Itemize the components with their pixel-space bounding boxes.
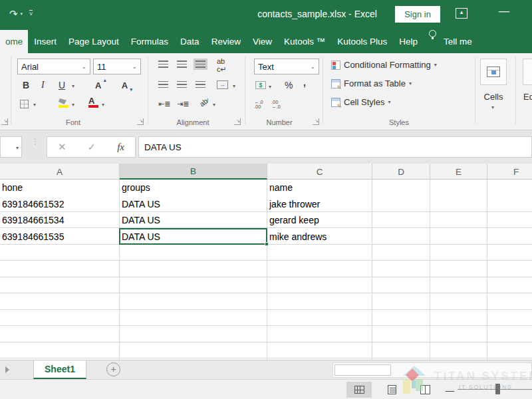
sign-in-button[interactable]: Sign in xyxy=(395,6,440,23)
bottom-align-button[interactable] xyxy=(196,61,205,68)
number-dialog-launcher-icon[interactable]: ↘ xyxy=(313,118,319,125)
new-sheet-button[interactable]: + xyxy=(106,362,120,376)
underline-dropdown-icon[interactable]: ▾ xyxy=(72,83,74,89)
zoom-out-button[interactable]: — xyxy=(446,386,454,396)
merge-center-button[interactable]: ↔ xyxy=(217,80,228,89)
name-box[interactable]: ▾ xyxy=(0,136,22,158)
cell-C4[interactable]: mike andrews xyxy=(267,229,372,245)
number-format-combo[interactable]: Text⌄ xyxy=(254,59,319,74)
customize-qat-icon[interactable]: ˅ xyxy=(29,10,33,17)
cells-dropdown-icon[interactable]: ▾ xyxy=(491,104,494,110)
cell-B3[interactable]: DATA US xyxy=(120,212,267,229)
ribbon-tab-review[interactable]: Review xyxy=(205,30,247,53)
merge-dropdown-icon[interactable]: ▾ xyxy=(233,83,235,89)
font-color-button[interactable]: A xyxy=(88,97,98,108)
cancel-icon[interactable]: ✕ xyxy=(58,141,66,153)
orientation-button[interactable]: ab̷ xyxy=(198,97,209,108)
zoom-slider[interactable] xyxy=(458,389,532,390)
editing-button[interactable] xyxy=(523,59,532,85)
decrease-indent-button[interactable]: ⇤≣ xyxy=(158,100,170,108)
redo-dropdown-icon[interactable]: ▾ xyxy=(21,11,23,17)
column-header-A[interactable]: A xyxy=(0,164,120,180)
cell-A4[interactable]: 639184661535 xyxy=(0,229,120,245)
column-header-C[interactable]: C xyxy=(267,164,372,180)
column-header-B[interactable]: B xyxy=(120,164,267,180)
italic-button[interactable]: I xyxy=(41,80,45,90)
fill-handle[interactable] xyxy=(265,242,269,246)
font-color-dropdown-icon[interactable]: ▾ xyxy=(102,102,104,108)
horizontal-scrollbar[interactable] xyxy=(332,362,532,378)
horizontal-scrollbar-thumb[interactable] xyxy=(334,364,391,376)
font-dialog-launcher-icon[interactable]: ↘ xyxy=(137,118,144,125)
spreadsheet-grid: ABCDEF honegroupsname639184661532DATA US… xyxy=(0,164,532,360)
cell-A1[interactable]: hone xyxy=(0,180,120,196)
ribbon-tab-kutools-plus[interactable]: Kutools Plus xyxy=(331,30,393,53)
redo-icon[interactable]: ↷ xyxy=(9,9,18,19)
ribbon-tab-insert[interactable]: Insert xyxy=(28,30,63,53)
cell-B2[interactable]: DATA US xyxy=(120,196,267,213)
cell-C2[interactable]: jake thrower xyxy=(267,196,372,213)
normal-view-button[interactable] xyxy=(346,382,372,398)
ribbon-tab-ome[interactable]: ome xyxy=(0,30,28,53)
enter-icon[interactable]: ✓ xyxy=(88,141,96,153)
increase-decimal-button[interactable]: ←.0 .00 xyxy=(254,100,263,109)
orientation-dropdown-icon[interactable]: ▾ xyxy=(213,102,215,108)
alignment-dialog-launcher-icon[interactable]: ↘ xyxy=(234,118,241,125)
shrink-font-button[interactable]: A xyxy=(122,80,128,90)
ribbon-tab-page-layout[interactable]: Page Layout xyxy=(63,30,125,53)
accounting-dropdown-icon[interactable]: ▾ xyxy=(269,84,271,90)
fill-color-dropdown-icon[interactable]: ▾ xyxy=(72,102,74,108)
comma-style-button[interactable]: , xyxy=(303,77,306,88)
page-layout-view-button[interactable] xyxy=(379,382,404,398)
conditional-formatting-dropdown-icon: ▾ xyxy=(434,62,437,68)
clipboard-dialog-launcher-icon[interactable]: ↘ xyxy=(1,118,8,125)
page-break-view-button[interactable] xyxy=(412,382,438,398)
ribbon-tab-help[interactable]: Help xyxy=(393,30,424,53)
selected-cell-outline xyxy=(119,228,267,245)
borders-dropdown-icon[interactable]: ▾ xyxy=(33,102,36,108)
cell-C1[interactable]: name xyxy=(267,180,372,196)
ribbon-tab-kutools-[interactable]: Kutools ™ xyxy=(278,30,331,53)
formula-bar-grip[interactable]: ⋮ xyxy=(31,140,39,144)
fill-color-button[interactable] xyxy=(59,98,68,108)
sheet-tab-sheet1[interactable]: Sheet1 xyxy=(33,360,86,379)
ribbon-tab-view[interactable]: View xyxy=(247,30,278,53)
increase-indent-button[interactable]: ⇥≣ xyxy=(177,100,189,108)
top-align-button[interactable] xyxy=(158,61,168,68)
column-header-F[interactable]: F xyxy=(487,164,532,180)
align-left-button[interactable] xyxy=(158,81,168,88)
formula-input[interactable]: DATA US xyxy=(138,136,532,158)
cell-A3[interactable]: 639184661534 xyxy=(0,212,120,229)
ribbon-tab-data[interactable]: Data xyxy=(174,30,205,53)
cells-button[interactable] xyxy=(480,59,507,85)
decrease-decimal-button[interactable]: .00 →.0 xyxy=(271,100,281,109)
borders-button[interactable] xyxy=(20,100,29,108)
sheet-nav-right-icon[interactable] xyxy=(5,366,9,373)
cell-B1[interactable]: groups xyxy=(120,180,267,196)
ribbon-tab-tell-me[interactable]: Tell me xyxy=(438,30,478,53)
column-header-E[interactable]: E xyxy=(430,164,487,180)
font-size-combo[interactable]: 11⌄ xyxy=(93,59,141,74)
underline-button[interactable]: U xyxy=(59,80,65,90)
align-center-button[interactable] xyxy=(177,81,187,88)
zoom-slider-thumb[interactable] xyxy=(495,384,500,394)
accounting-format-button[interactable]: $ xyxy=(255,81,266,89)
align-right-button[interactable] xyxy=(196,81,205,88)
column-header-D[interactable]: D xyxy=(372,164,430,180)
minimize-button[interactable]: — xyxy=(499,5,509,17)
cell-C3[interactable]: gerard keep xyxy=(267,212,372,229)
bold-button[interactable]: B xyxy=(23,80,29,90)
format-as-table-button[interactable]: Format as Table▾ xyxy=(331,78,412,88)
cell-styles-button[interactable]: Cell Styles▾ xyxy=(331,97,390,107)
cells-area[interactable]: honegroupsname639184661532DATA USjake th… xyxy=(0,180,532,360)
insert-function-icon[interactable]: fx xyxy=(117,142,124,153)
cell-A2[interactable]: 639184661532 xyxy=(0,196,120,213)
percent-style-button[interactable]: % xyxy=(285,80,293,90)
middle-align-button[interactable] xyxy=(177,61,187,68)
conditional-formatting-button[interactable]: Conditional Formatting▾ xyxy=(331,60,437,70)
grow-font-button[interactable]: A xyxy=(95,80,101,90)
ribbon-tab-formulas[interactable]: Formulas xyxy=(125,30,174,53)
wrap-text-icon[interactable]: abc↵ xyxy=(217,57,227,74)
ribbon-display-options-icon[interactable]: ▴ xyxy=(456,8,467,19)
font-name-combo[interactable]: Arial⌄ xyxy=(17,59,90,74)
